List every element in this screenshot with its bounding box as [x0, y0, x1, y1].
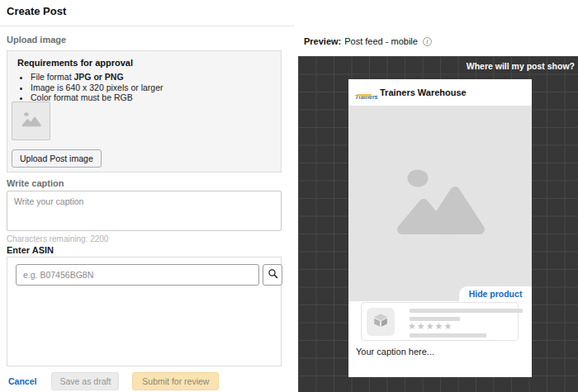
enter-asin-label: Enter ASIN: [7, 245, 54, 255]
preview-stage: Where will my post show? Trainers Traine…: [298, 56, 578, 392]
requirement-item: File format JPG or PNG: [31, 73, 163, 83]
logo-underline: [357, 94, 372, 97]
form-actions: Cancel Save as draft Submit for review: [0, 371, 295, 392]
product-title-placeholder: [410, 309, 523, 313]
save-as-draft-button[interactable]: Save as draft: [51, 372, 119, 390]
create-post-page: Create Post Upload image Requirements fo…: [0, 0, 578, 392]
preview-label: Preview:: [304, 36, 341, 46]
info-icon[interactable]: i: [423, 37, 432, 46]
page-title: Create Post: [7, 5, 66, 17]
asin-search-panel: [7, 257, 282, 366]
post-image-placeholder: [348, 106, 532, 301]
product-card: ★★★★★: [361, 302, 519, 341]
requirements-title: Requirements for approval: [17, 58, 133, 68]
where-will-post-show-link[interactable]: Where will my post show?: [467, 61, 575, 71]
requirement-item: Color format must be RGB: [31, 93, 163, 103]
product-price-placeholder: [410, 333, 486, 338]
submit-for-review-button[interactable]: Submit for review: [132, 372, 219, 390]
image-placeholder-icon: [394, 163, 486, 244]
caption-input[interactable]: [7, 191, 282, 231]
hide-product-tab: Hide product: [459, 286, 532, 301]
requirement-item: Image is 640 x 320 pixels or larger: [31, 83, 163, 93]
upload-post-image-button[interactable]: Upload Post image: [12, 149, 102, 168]
write-caption-label: Write caption: [7, 178, 64, 188]
product-thumbnail: [367, 308, 395, 336]
brand-name: Trainers Warehouse: [380, 87, 467, 97]
preview-header: Preview: Post feed - mobile i: [304, 36, 432, 46]
preview-mode: Post feed - mobile: [344, 36, 418, 46]
package-box-icon: [372, 311, 390, 333]
rating-stars: ★★★★★: [408, 321, 452, 332]
mobile-post-preview: Trainers Trainers Warehouse: [348, 79, 532, 377]
header-divider: [0, 26, 295, 26]
cancel-button[interactable]: Cancel: [8, 376, 36, 386]
upload-image-label: Upload image: [7, 35, 66, 45]
search-icon: [268, 268, 278, 281]
asin-input[interactable]: [16, 264, 259, 286]
image-placeholder-icon: [21, 111, 42, 132]
upload-requirements-panel: Requirements for approval File format JP…: [7, 50, 282, 172]
requirements-list: File format JPG or PNG Image is 640 x 32…: [31, 73, 163, 104]
characters-remaining: Characters remaining: 2200: [7, 234, 108, 243]
brand-header: Trainers Trainers Warehouse: [348, 79, 532, 106]
asin-search-button[interactable]: [263, 264, 282, 286]
brand-logo: Trainers: [355, 87, 375, 98]
hide-product-link[interactable]: Hide product: [469, 289, 523, 299]
preview-caption-text: Your caption here...: [356, 347, 434, 357]
image-thumbnail-placeholder: [12, 102, 50, 140]
